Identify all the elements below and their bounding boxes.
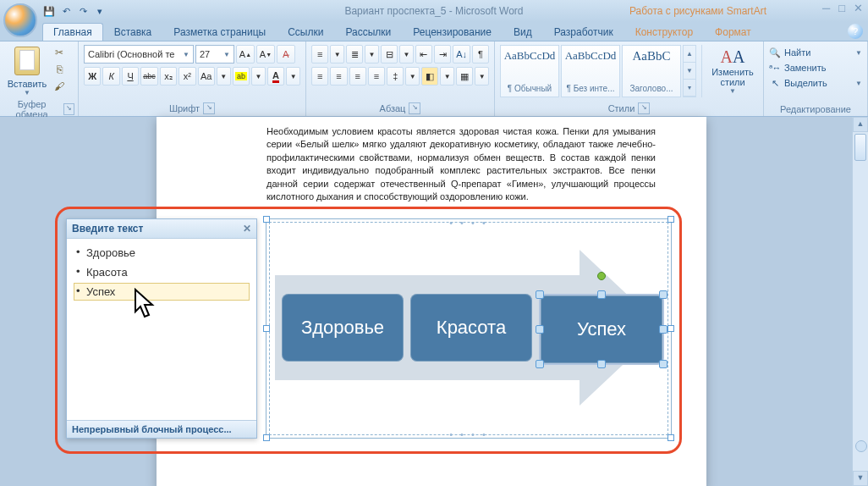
- browse-object-icon[interactable]: [855, 440, 867, 452]
- scroll-down-icon[interactable]: ▼: [853, 471, 868, 486]
- align-center-button[interactable]: ≡: [330, 67, 347, 86]
- dd-icon[interactable]: ▼: [399, 45, 414, 64]
- align-right-button[interactable]: ≡: [349, 67, 366, 86]
- scroll-up-icon[interactable]: ▲: [853, 117, 868, 132]
- launcher-icon[interactable]: ↘: [63, 103, 74, 115]
- shape-handle[interactable]: [597, 360, 606, 368]
- canvas-handle[interactable]: [667, 434, 674, 441]
- copy-icon[interactable]: ⎘: [52, 64, 66, 77]
- font-size-combo[interactable]: 27▼: [195, 45, 234, 64]
- style-nospacing[interactable]: AaBbCcDd ¶ Без инте...: [561, 45, 620, 97]
- find-button[interactable]: 🔍Найти▼: [769, 47, 862, 58]
- dd-icon[interactable]: ▼: [405, 67, 420, 86]
- shape-handle[interactable]: [659, 290, 667, 299]
- font-color-dd-icon[interactable]: ▼: [286, 67, 300, 86]
- line-spacing-button[interactable]: ‡: [387, 67, 404, 86]
- tab-home[interactable]: Главная: [42, 23, 103, 41]
- close-icon[interactable]: ✕: [243, 223, 251, 235]
- style-gallery-scroll[interactable]: ▲ ▼ ▾: [683, 45, 696, 97]
- font-color-button[interactable]: A: [267, 67, 284, 86]
- shrink-font-button[interactable]: A▼: [256, 45, 275, 64]
- change-case-button[interactable]: Aa: [198, 67, 215, 86]
- tab-mailings[interactable]: Рассылки: [334, 23, 402, 41]
- smartart-block[interactable]: Красота: [410, 294, 532, 362]
- text-pane-body[interactable]: Здоровье Красота Успех: [67, 239, 256, 420]
- shape-handle[interactable]: [597, 290, 606, 299]
- change-case-dd-icon[interactable]: ▼: [217, 67, 231, 86]
- help-button[interactable]: ?: [848, 24, 863, 39]
- tab-insert[interactable]: Вставка: [103, 23, 163, 41]
- bold-button[interactable]: Ж: [84, 67, 101, 86]
- office-button[interactable]: [3, 3, 37, 37]
- shape-handle[interactable]: [659, 325, 667, 334]
- paste-button[interactable]: Вставить ▼: [3, 43, 51, 97]
- tab-view[interactable]: Вид: [503, 23, 543, 41]
- qat-dropdown-icon[interactable]: ▾: [93, 4, 107, 18]
- minimize-icon[interactable]: ─: [822, 2, 830, 14]
- canvas-handle[interactable]: [263, 434, 270, 441]
- vertical-scrollbar[interactable]: ▲ ▼: [852, 117, 868, 486]
- grow-font-button[interactable]: A▲: [236, 45, 255, 64]
- tab-smartart-design[interactable]: Конструктор: [624, 23, 704, 41]
- replace-button[interactable]: ᵃ↔Заменить: [769, 62, 862, 74]
- numbering-button[interactable]: ≣: [346, 45, 363, 64]
- justify-button[interactable]: ≡: [368, 67, 385, 86]
- align-left-button[interactable]: ≡: [311, 67, 328, 86]
- bullets-button[interactable]: ≡: [311, 45, 328, 64]
- change-styles-button[interactable]: AA Изменить стили ▼: [701, 45, 758, 97]
- canvas-handle[interactable]: [263, 325, 270, 332]
- canvas-handle[interactable]: [263, 216, 270, 223]
- close-icon[interactable]: ✕: [854, 2, 863, 14]
- launcher-icon[interactable]: ↘: [203, 102, 215, 114]
- font-name-combo[interactable]: Calibri (Основной те▼: [84, 45, 194, 64]
- text-pane-item[interactable]: Красота: [74, 263, 250, 281]
- smartart-block[interactable]: Здоровье: [282, 294, 404, 362]
- cut-icon[interactable]: ✂: [52, 47, 66, 60]
- smartart-canvas[interactable]: • • • • • • • • Здоровье Красота Успех: [266, 218, 672, 439]
- select-button[interactable]: ↖Выделить▼: [769, 77, 862, 89]
- dd-icon[interactable]: ▼: [365, 45, 379, 64]
- dd-icon[interactable]: ▼: [440, 67, 454, 86]
- borders-button[interactable]: ▦: [456, 67, 473, 86]
- shape-handle[interactable]: [536, 325, 544, 334]
- multilevel-button[interactable]: ⊟: [381, 45, 398, 64]
- tab-page-layout[interactable]: Разметка страницы: [162, 23, 277, 41]
- clear-formatting-button[interactable]: A̶: [277, 45, 295, 64]
- launcher-icon[interactable]: ↘: [638, 102, 650, 114]
- decrease-indent-button[interactable]: ⇤: [415, 45, 432, 64]
- sort-button[interactable]: A↓: [453, 45, 470, 64]
- shading-button[interactable]: ◧: [421, 67, 438, 86]
- launcher-icon[interactable]: ↘: [409, 102, 420, 114]
- canvas-handle[interactable]: [667, 216, 674, 223]
- body-text[interactable]: Необходимым условием красоты является зд…: [157, 117, 706, 212]
- tab-review[interactable]: Рецензирование: [402, 23, 503, 41]
- show-marks-button[interactable]: ¶: [472, 45, 489, 64]
- gallery-expand-icon[interactable]: ▾: [684, 80, 695, 97]
- canvas-grip-icon[interactable]: • • • •: [449, 429, 488, 439]
- canvas-handle[interactable]: [667, 325, 674, 332]
- strikethrough-button[interactable]: abc: [140, 67, 157, 86]
- underline-button[interactable]: Ч: [122, 67, 139, 86]
- maximize-icon[interactable]: □: [838, 2, 845, 14]
- style-heading1[interactable]: AaBbC Заголово...: [622, 45, 681, 97]
- shape-handle[interactable]: [536, 290, 544, 299]
- highlight-dd-icon[interactable]: ▼: [251, 67, 266, 86]
- save-icon[interactable]: 💾: [42, 4, 56, 18]
- scroll-thumb[interactable]: [854, 134, 866, 161]
- tab-smartart-format[interactable]: Формат: [704, 23, 762, 41]
- increase-indent-button[interactable]: ⇥: [434, 45, 451, 64]
- style-normal[interactable]: AaBbCcDd ¶ Обычный: [500, 45, 559, 97]
- scroll-down-icon[interactable]: ▼: [684, 63, 695, 80]
- redo-icon[interactable]: ↷: [76, 4, 90, 18]
- tab-references[interactable]: Ссылки: [277, 23, 334, 41]
- dd-icon[interactable]: ▼: [330, 45, 344, 64]
- shape-handle[interactable]: [536, 360, 544, 368]
- undo-icon[interactable]: ↶: [59, 4, 73, 18]
- italic-button[interactable]: К: [102, 67, 119, 86]
- scroll-up-icon[interactable]: ▲: [684, 46, 695, 63]
- text-pane-item[interactable]: Здоровье: [74, 244, 250, 262]
- shape-handle[interactable]: [659, 360, 667, 368]
- rotate-handle-icon[interactable]: [597, 272, 606, 280]
- dd-icon[interactable]: ▼: [475, 67, 489, 86]
- smartart-block-selected[interactable]: Успех: [539, 294, 664, 365]
